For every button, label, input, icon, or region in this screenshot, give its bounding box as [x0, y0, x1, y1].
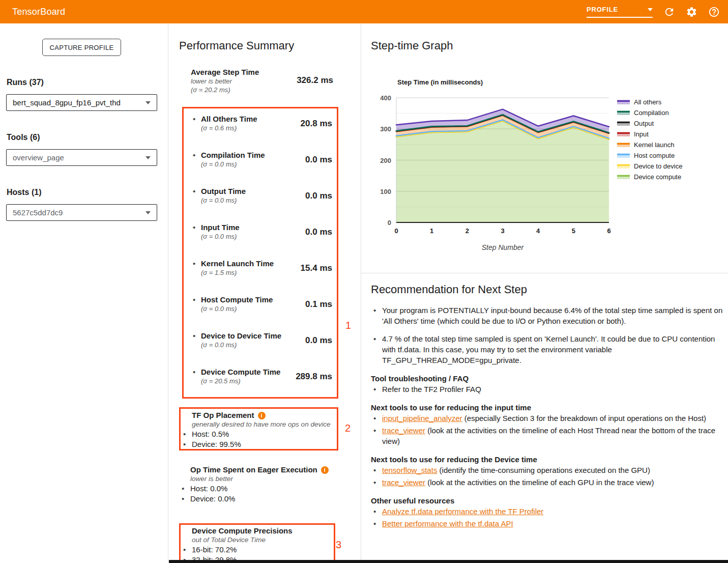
annotation-box-2: TF Op Placement generally desired to hav…: [179, 407, 338, 451]
metric-row: Host Compute Time (σ = 0.0 ms) 0.1 ms: [184, 289, 337, 325]
refresh-icon[interactable]: [663, 6, 675, 18]
eager-execution-section: Op Time Spent on Eager Execution lower i…: [179, 465, 338, 503]
legend-item: Output: [617, 118, 682, 129]
metric-row: Device Compute Time (σ = 20.5 ms) 289.8 …: [184, 361, 337, 398]
metric-name: All Others Time: [201, 115, 257, 123]
tensorflow-stats-link[interactable]: tensorflow_stats: [382, 466, 437, 474]
hosts-select-value: 5627c5dd7dc9: [13, 208, 63, 217]
svg-text:1: 1: [430, 227, 433, 235]
section-heading: Tool troubleshooting / FAQ: [371, 374, 725, 383]
input-pipeline-analyzer-link[interactable]: input_pipeline_analyzer: [382, 414, 462, 423]
legend-label: All others: [634, 98, 661, 106]
legend-label: Device compute: [634, 173, 681, 181]
list-item: Better performance with the tf.data API: [371, 518, 725, 529]
legend-swatch-icon: [617, 143, 630, 147]
metric-value: 15.4 ms: [301, 263, 332, 273]
info-icon[interactable]: [321, 466, 329, 474]
list-item: Device: 99.5%: [181, 440, 337, 448]
legend-swatch-icon: [617, 110, 630, 115]
section-heading: Next tools to use for reducing the Devic…: [371, 455, 725, 464]
dashboard-select[interactable]: PROFILE: [587, 6, 653, 18]
chart-legend: All othersCompilationOutputInputKernel l…: [617, 97, 682, 182]
tf-op-placement-hint: generally desired to have more ops on de…: [181, 420, 337, 428]
metric-row: Compilation Time (σ = 0.0 ms) 0.0 ms: [184, 145, 337, 181]
metric-name: Compilation Time: [201, 151, 265, 159]
tfdata-profiler-link[interactable]: Analyze tf.data performance with the TF …: [382, 507, 543, 516]
recommendation-bullet: Your program is POTENTIALLY input-bound …: [371, 305, 725, 326]
tools-select-value: overview_page: [13, 153, 64, 162]
app-title: TensorBoard: [12, 7, 65, 17]
svg-text:0: 0: [394, 227, 398, 235]
svg-text:100: 100: [380, 188, 391, 195]
tf-op-placement-title: TF Op Placement: [181, 411, 337, 419]
metric-name: Output Time: [201, 187, 246, 195]
legend-swatch-icon: [617, 175, 630, 179]
annotation-number-3: 3: [336, 539, 341, 551]
svg-text:6: 6: [607, 227, 610, 235]
list-item-text: Refer to the TF2 Profiler FAQ: [382, 385, 481, 393]
metric-row: Output Time (σ = 0.0 ms) 0.0 ms: [184, 181, 337, 217]
legend-item: Input: [617, 129, 682, 139]
legend-item: Compilation: [617, 107, 682, 118]
legend-swatch-icon: [617, 100, 630, 104]
list-item-text: (especially Section 3 for the breakdown …: [462, 414, 706, 423]
help-icon[interactable]: [708, 6, 720, 18]
tfdata-api-link[interactable]: Better performance with the tf.data API: [382, 519, 513, 528]
runs-select[interactable]: bert_squad_8gpu_fp16_pvt_thd: [6, 94, 157, 111]
dashboard-select-value: PROFILE: [587, 6, 618, 13]
runs-label: Runs (37): [7, 78, 44, 87]
performance-summary-panel: Performance Summary Average Step Time lo…: [169, 24, 361, 563]
svg-text:3: 3: [501, 227, 504, 235]
metric-sigma: (σ = 20.2 ms): [191, 86, 333, 94]
precisions-hint: out of Total Device Time: [181, 536, 334, 544]
svg-text:300: 300: [380, 125, 391, 133]
step-time-graph-section: Step-time Graph Step Time (in millisecon…: [361, 24, 728, 273]
tools-label: Tools (6): [7, 133, 40, 142]
average-step-time-row: Average Step Time lower is better (σ = 2…: [191, 68, 333, 94]
svg-text:4: 4: [536, 227, 540, 235]
legend-swatch-icon: [617, 164, 630, 168]
svg-text:5: 5: [572, 227, 575, 235]
metric-name: Device Compute Time: [201, 368, 280, 376]
capture-profile-button[interactable]: CAPTURE PROFILE: [42, 39, 121, 56]
list-item: 16-bit: 70.2%: [181, 545, 334, 554]
legend-swatch-icon: [617, 132, 630, 136]
runs-select-value: bert_squad_8gpu_fp16_pvt_thd: [13, 98, 121, 107]
header-controls: PROFILE: [587, 6, 720, 18]
annotation-box-1: All Others Time (σ = 0.6 ms) 20.8 ms Com…: [182, 107, 338, 399]
step-time-graph-title: Step-time Graph: [371, 39, 453, 52]
svg-text:200: 200: [380, 157, 391, 164]
trace-viewer-link[interactable]: trace_viewer: [382, 426, 425, 435]
recommendation-bullet: 4.7 % of the total step time sampled is …: [371, 333, 725, 365]
bottom-divider: [169, 560, 728, 563]
list-item-text: (identify the time-consuming operations …: [437, 466, 650, 474]
chevron-down-icon: [145, 156, 151, 159]
legend-label: Device to device: [634, 162, 682, 170]
hosts-label: Hosts (1): [7, 188, 41, 197]
metric-value: 326.2 ms: [297, 75, 333, 86]
step-time-chart[interactable]: 01002003004000123456: [372, 94, 616, 239]
hosts-select[interactable]: 5627c5dd7dc9: [6, 204, 157, 221]
legend-item: Host compute: [617, 150, 682, 161]
metric-name: Kernel Launch Time: [201, 259, 274, 268]
annotation-box-3: Device Compute Precisions out of Total D…: [179, 523, 335, 561]
chart-axis-title: Step Time (in milliseconds): [397, 78, 483, 86]
info-icon[interactable]: [258, 412, 266, 419]
legend-swatch-icon: [617, 121, 630, 126]
list-item: trace_viewer (look at the activities on …: [371, 425, 725, 446]
legend-item: Device compute: [617, 172, 682, 182]
metric-value: 0.0 ms: [305, 155, 332, 165]
svg-text:400: 400: [380, 94, 391, 102]
tools-select[interactable]: overview_page: [6, 149, 157, 166]
metric-name: Host Compute Time: [201, 295, 273, 304]
list-item: input_pipeline_analyzer (especially Sect…: [371, 413, 725, 424]
trace-viewer-link[interactable]: trace_viewer: [382, 478, 425, 487]
eager-title: Op Time Spent on Eager Execution: [179, 465, 338, 474]
list-item-text: (look at the activities on the timeline …: [425, 478, 654, 487]
metric-value: 20.8 ms: [301, 119, 332, 129]
app-header: TensorBoard PROFILE: [0, 0, 728, 23]
recommendation-section: Recommendation for Next Step Your progra…: [371, 283, 725, 530]
list-item: trace_viewer (look at the activities on …: [371, 477, 725, 488]
metric-value: 0.0 ms: [305, 335, 332, 346]
gear-icon[interactable]: [686, 6, 697, 18]
